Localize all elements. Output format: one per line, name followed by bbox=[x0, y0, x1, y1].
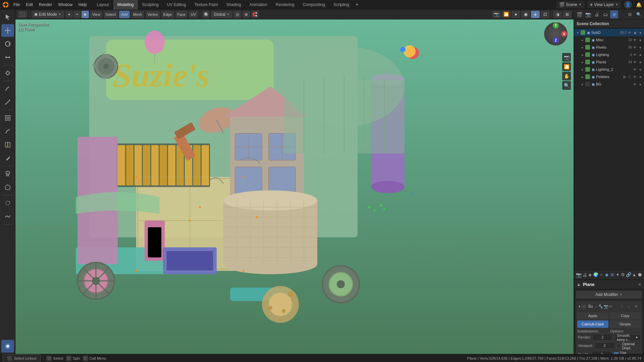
expand-rivets[interactable]: ▸ bbox=[580, 45, 585, 50]
menu-file[interactable]: File bbox=[11, 1, 22, 8]
extrude-region-tool[interactable] bbox=[1, 168, 14, 180]
render-properties-icon[interactable]: 📷 bbox=[584, 10, 592, 18]
edit-mesh-active[interactable] bbox=[1, 340, 14, 353]
expand-pebbles[interactable]: ▸ bbox=[580, 74, 585, 79]
select-menu[interactable]: Select bbox=[104, 11, 118, 18]
camera-icon[interactable]: 📷 bbox=[492, 11, 501, 18]
visibility-misc[interactable] bbox=[585, 38, 590, 42]
modifier-down-icon[interactable]: ↓ bbox=[626, 303, 632, 310]
mesh-menu[interactable]: Mesh bbox=[131, 11, 144, 18]
output-properties-icon[interactable]: 🖨 bbox=[593, 10, 601, 18]
viewport-value-button[interactable]: 2 bbox=[595, 342, 615, 349]
viewport-navigation-gizmo[interactable]: X Y Z bbox=[544, 22, 571, 49]
viewport-shading-wireframe[interactable]: ⊡ bbox=[541, 11, 549, 18]
vertex-menu[interactable]: Vertex bbox=[146, 11, 160, 18]
outliner-item-subd[interactable]: ▾ ▣ SubD 09·2 👁 ◉ ● bbox=[574, 29, 644, 36]
simple-button[interactable]: Simple bbox=[610, 320, 641, 328]
bg-eye-icon[interactable]: 👁 bbox=[633, 82, 637, 86]
misc-render-icon[interactable]: ● bbox=[638, 38, 643, 42]
lighting2-render-icon[interactable]: ● bbox=[638, 67, 643, 72]
expand-bg[interactable]: ▸ bbox=[580, 82, 585, 86]
extrude-face-tool[interactable] bbox=[1, 181, 14, 194]
move-tool[interactable] bbox=[1, 24, 14, 37]
menu-window[interactable]: Window bbox=[55, 1, 75, 8]
smooth-dropdown[interactable]: Smooth, keep c... ▼ bbox=[614, 334, 641, 341]
filter-icon[interactable]: ⊟ bbox=[626, 10, 634, 18]
tab-shading[interactable]: Shading bbox=[222, 0, 245, 9]
tab-texture-paint[interactable]: Texture Paint bbox=[191, 0, 222, 9]
tab-compositing[interactable]: Compositing bbox=[299, 0, 329, 9]
add-menu[interactable]: Add bbox=[119, 11, 130, 18]
prop-constraints-icon[interactable]: 🔗 bbox=[626, 271, 631, 279]
lighting-eye-icon[interactable]: 👁 bbox=[633, 52, 637, 57]
pan-view-icon[interactable]: ✋ bbox=[562, 72, 571, 80]
scene-properties-icon[interactable]: 🎬 bbox=[575, 10, 583, 18]
object-close-icon[interactable]: ✕ bbox=[638, 282, 641, 287]
pebbles-eye-icon[interactable]: 👁 bbox=[633, 74, 637, 79]
transform-tool[interactable] bbox=[1, 67, 14, 79]
misc-eye-icon[interactable]: 👁 bbox=[633, 38, 637, 42]
xray-toggle[interactable]: ⊠ bbox=[563, 11, 572, 18]
subd-render-icon[interactable]: ● bbox=[638, 30, 643, 35]
expand-misc[interactable]: ▸ bbox=[580, 38, 585, 42]
pivot-selector[interactable]: Global ▼ bbox=[211, 11, 232, 18]
user-icon[interactable]: 👤 bbox=[624, 1, 632, 9]
prop-output-icon[interactable]: 🖨 bbox=[582, 271, 587, 279]
spin-tool[interactable] bbox=[1, 197, 14, 209]
search-icon[interactable]: 🔍 bbox=[635, 10, 643, 18]
visibility-plants[interactable] bbox=[585, 60, 590, 64]
annotate-tool[interactable] bbox=[1, 82, 14, 95]
pebbles-render-icon[interactable]: ● bbox=[638, 74, 643, 79]
gizmo-y-axis[interactable]: Y bbox=[553, 22, 559, 28]
outliner-item-bg[interactable]: ▸ ▣ BG 👁 ● bbox=[574, 80, 644, 88]
render-preview-icon[interactable]: 🎦 bbox=[502, 11, 511, 18]
visibility-rivets[interactable] bbox=[585, 45, 590, 50]
magnet-icon[interactable]: 🧲 bbox=[251, 11, 259, 18]
rivets-eye-icon[interactable]: 👁 bbox=[633, 45, 637, 50]
prop-render-icon[interactable]: 📷 bbox=[576, 271, 582, 279]
visibility-bg[interactable] bbox=[585, 82, 590, 86]
tab-rendering[interactable]: Rendering bbox=[272, 0, 298, 9]
menu-render[interactable]: Render bbox=[36, 1, 55, 8]
menu-edit[interactable]: Edit bbox=[23, 1, 36, 8]
camera-view-icon[interactable]: 📷 bbox=[562, 53, 571, 62]
view-layer-properties-icon[interactable]: 🗂 bbox=[601, 10, 609, 18]
display-vertex-icon[interactable]: ● bbox=[65, 11, 73, 18]
face-menu[interactable]: Face bbox=[175, 11, 187, 18]
prop-particles-icon[interactable]: ✦ bbox=[615, 271, 620, 279]
rotate-tool[interactable] bbox=[1, 38, 14, 50]
visibility-lighting2[interactable] bbox=[585, 67, 590, 72]
loop-cut-tool[interactable] bbox=[1, 138, 14, 151]
visibility-subd[interactable] bbox=[581, 30, 585, 35]
display-face-icon[interactable]: ▣ bbox=[82, 11, 89, 18]
measure-tool[interactable] bbox=[1, 96, 14, 109]
prop-material-icon[interactable]: ⬟ bbox=[637, 271, 642, 279]
prop-physics-icon[interactable]: ⚙ bbox=[621, 271, 625, 279]
copy-button[interactable]: Copy bbox=[610, 312, 641, 319]
rivets-render-icon[interactable]: ● bbox=[638, 45, 643, 50]
smooth-tool[interactable] bbox=[1, 210, 14, 223]
view-menu[interactable]: View bbox=[90, 11, 102, 18]
overlay-toggle[interactable]: ◑ bbox=[553, 11, 562, 18]
lighting-render-icon[interactable]: ● bbox=[638, 52, 643, 57]
viewport-shading-solid[interactable]: ● bbox=[512, 11, 520, 18]
editor-type-button[interactable]: ⬛ bbox=[17, 11, 27, 18]
modifier-delete-icon[interactable]: ✕ bbox=[633, 303, 639, 310]
prop-viewlayer-icon[interactable]: ◈ bbox=[588, 271, 592, 279]
bg-render-icon[interactable]: ● bbox=[638, 82, 643, 86]
prop-modifier-icon[interactable]: ⊞ bbox=[610, 271, 614, 279]
expand-plants[interactable]: ▸ bbox=[580, 60, 585, 64]
pebbles-filter1-icon[interactable]: ⊠ bbox=[622, 74, 627, 79]
outliner-item-rivets[interactable]: ▸ ▣ Rivets 99 👁 ● bbox=[574, 44, 644, 51]
tab-layout[interactable]: Layout bbox=[93, 0, 113, 9]
prop-data-icon[interactable]: ▲ bbox=[632, 271, 637, 279]
render-value-button[interactable]: 2 bbox=[592, 334, 612, 341]
render-view-icon[interactable]: 🎦 bbox=[562, 62, 571, 71]
uv-menu[interactable]: UV bbox=[189, 11, 198, 18]
cursor-tool[interactable] bbox=[1, 11, 14, 23]
expand-lighting2[interactable]: ▸ bbox=[580, 67, 585, 72]
gizmo-x-axis[interactable]: X bbox=[561, 31, 567, 37]
expand-lighting[interactable]: ▸ bbox=[580, 52, 585, 57]
expand-subd[interactable]: ▾ bbox=[575, 30, 580, 35]
snap-icon[interactable]: 🔘 bbox=[202, 11, 210, 18]
